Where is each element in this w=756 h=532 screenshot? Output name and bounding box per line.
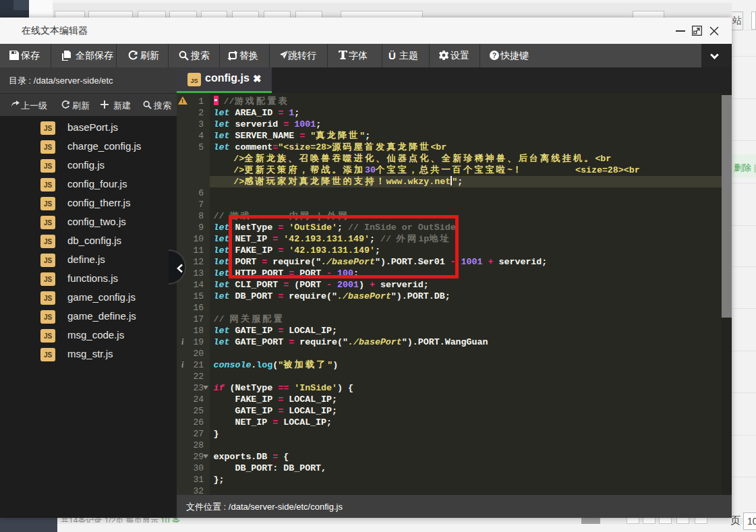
- svg-text:?: ?: [492, 52, 496, 59]
- svg-text:JS: JS: [190, 78, 198, 84]
